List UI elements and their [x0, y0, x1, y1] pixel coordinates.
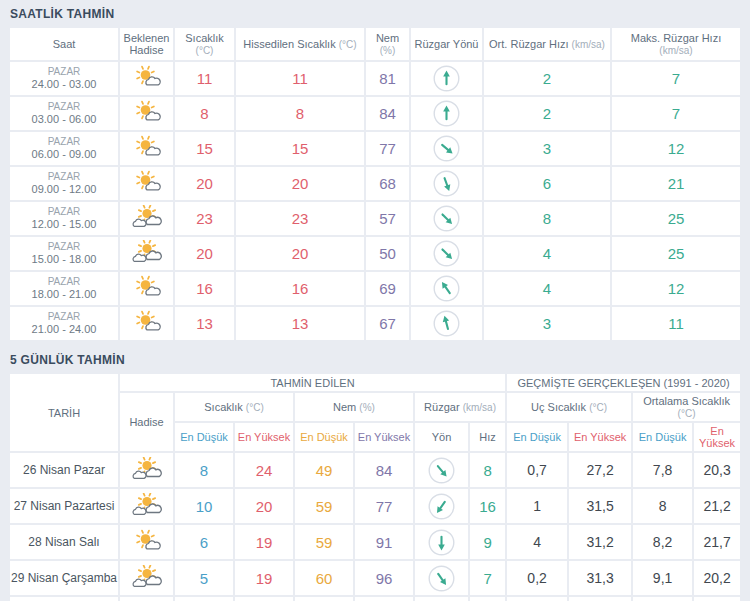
wind-direction-cell [411, 62, 482, 95]
temp-low-cell: 8 [175, 453, 233, 487]
sun-cloud-icon [130, 529, 164, 556]
hourly-table-row: PAZAR24.00 - 03.00111181 27 [10, 62, 740, 95]
wind-speed-cell: 8 [470, 453, 505, 487]
extreme-low-cell: 4,4 [507, 597, 567, 601]
wind-direction-cell [415, 597, 468, 601]
max-wind-speed-cell: 12 [612, 132, 740, 165]
average-low-cell: 8,2 [633, 525, 692, 559]
humidity-cell: 84 [366, 97, 409, 130]
col-header-nem-en-yuksek: En Yüksek [355, 423, 413, 451]
weather-forecast-page: SAATLİK TAHMİN Saat Beklenen Hadise Sıca… [0, 0, 750, 601]
wind-direction-arrow-icon [428, 493, 455, 520]
average-low-cell: 7,8 [633, 453, 692, 487]
temperature-cell: 11 [175, 62, 234, 95]
col-header-tarih: TARİH [10, 374, 118, 451]
humidity-cell: 81 [366, 62, 409, 95]
col-header-saat: Saat [10, 28, 118, 60]
header-unit: (km/sa) [659, 45, 692, 56]
avg-wind-speed-cell: 3 [484, 307, 610, 340]
humidity-cell: 69 [366, 272, 409, 305]
max-wind-speed-cell: 7 [612, 97, 740, 130]
sun-cloud-icon [130, 100, 164, 127]
hourly-table-row: PAZAR12.00 - 15.00232357 825 [10, 202, 740, 235]
header-label: Rüzgar Yönü [414, 38, 478, 50]
daily-forecast-table: TARİH TAHMİN EDİLEN GEÇMİŞTE GERÇEKLEŞEN… [8, 372, 742, 601]
wind-direction-cell [415, 489, 468, 523]
max-wind-speed-cell: 25 [612, 202, 740, 235]
day-label: PAZAR [10, 171, 118, 183]
condition-cell [120, 561, 173, 595]
avg-wind-speed-cell: 8 [484, 202, 610, 235]
wind-direction-arrow-icon [428, 565, 455, 592]
humidity-cell: 68 [366, 167, 409, 200]
average-high-cell: 20,4 [694, 597, 740, 601]
col-header-hissedilen-sicaklik: Hissedilen Sıcaklık (°C) [236, 28, 364, 60]
temp-low-cell: 10 [175, 489, 233, 523]
date-cell: 30 Nisan Perşembe [10, 597, 118, 601]
hourly-header-row: Saat Beklenen Hadise Sıcaklık (°C) Hisse… [10, 28, 740, 60]
header-label: Uç Sıcaklık [531, 401, 586, 413]
saat-cell: PAZAR12.00 - 15.00 [10, 202, 118, 235]
feels-like-cell: 20 [236, 237, 364, 270]
sun-cloud-icon [130, 135, 164, 162]
time-range-label: 06.00 - 09.00 [10, 148, 118, 161]
time-range-label: 09.00 - 12.00 [10, 183, 118, 196]
extreme-low-cell: 0,7 [507, 453, 567, 487]
condition-cell [120, 453, 173, 487]
saat-cell: PAZAR06.00 - 09.00 [10, 132, 118, 165]
wind-direction-cell [411, 167, 482, 200]
col-header-ort-en-yuksek: En Yüksek [694, 423, 740, 451]
feels-like-cell: 16 [236, 272, 364, 305]
hourly-table-row: PAZAR06.00 - 09.00151577 312 [10, 132, 740, 165]
date-cell: 27 Nisan Pazartesi [10, 489, 118, 523]
feels-like-cell: 13 [236, 307, 364, 340]
hourly-forecast-section: SAATLİK TAHMİN Saat Beklenen Hadise Sıca… [8, 0, 742, 342]
day-label: PAZAR [10, 241, 118, 253]
time-range-label: 24.00 - 03.00 [10, 78, 118, 91]
sun-two-clouds-icon [130, 565, 164, 592]
temperature-cell: 13 [175, 307, 234, 340]
group-header-ruzgar: Rüzgar (km/sa) [415, 393, 505, 421]
feels-like-cell: 8 [236, 97, 364, 130]
daily-section-title: 5 GÜNLÜK TAHMİN [8, 342, 742, 372]
wind-direction-arrow-icon [428, 457, 455, 484]
wind-direction-arrow-icon [428, 529, 455, 556]
sun-two-clouds-icon [130, 493, 164, 520]
expected-condition-cell [120, 272, 173, 305]
col-header-ort-en-dusuk: En Düşük [633, 423, 692, 451]
extreme-high-cell: 30 [569, 597, 631, 601]
extreme-high-cell: 31,3 [569, 561, 631, 595]
feels-like-cell: 15 [236, 132, 364, 165]
extreme-high-cell: 31,2 [569, 525, 631, 559]
temp-low-cell: 5 [175, 561, 233, 595]
wind-direction-arrow-icon [433, 135, 460, 162]
hourly-forecast-table: Saat Beklenen Hadise Sıcaklık (°C) Hisse… [8, 26, 742, 342]
time-range-label: 12.00 - 15.00 [10, 218, 118, 231]
avg-wind-speed-cell: 2 [484, 97, 610, 130]
saat-cell: PAZAR15.00 - 18.00 [10, 237, 118, 270]
max-wind-speed-cell: 7 [612, 62, 740, 95]
expected-condition-cell [120, 167, 173, 200]
wind-direction-cell [411, 272, 482, 305]
avg-wind-speed-cell: 3 [484, 132, 610, 165]
max-wind-speed-cell: 12 [612, 272, 740, 305]
wind-direction-cell [411, 237, 482, 270]
col-header-nem: Nem (%) [366, 28, 409, 60]
temp-high-cell: 19 [235, 597, 293, 601]
col-header-temp-en-yuksek: En Yüksek [235, 423, 293, 451]
day-label: PAZAR [10, 66, 118, 78]
temperature-cell: 20 [175, 237, 234, 270]
humidity-cell: 67 [366, 307, 409, 340]
avg-wind-speed-cell: 2 [484, 62, 610, 95]
average-high-cell: 20,3 [694, 453, 740, 487]
wind-direction-arrow-icon [433, 100, 460, 127]
header-unit: (°C) [589, 402, 607, 413]
date-cell: 28 Nisan Salı [10, 525, 118, 559]
header-unit: (%) [380, 45, 396, 56]
hourly-section-title: SAATLİK TAHMİN [8, 0, 742, 26]
condition-cell [120, 489, 173, 523]
header-unit: (km/sa) [463, 402, 496, 413]
saat-cell: PAZAR09.00 - 12.00 [10, 167, 118, 200]
temperature-cell: 16 [175, 272, 234, 305]
header-label: Rüzgar [424, 401, 459, 413]
